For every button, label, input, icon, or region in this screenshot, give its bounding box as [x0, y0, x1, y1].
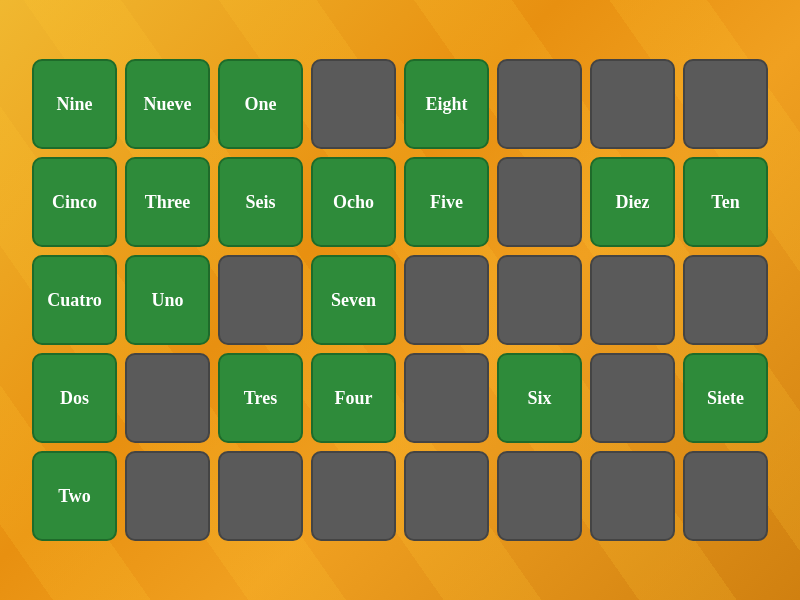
card-cinco[interactable]: Cinco — [32, 157, 117, 247]
card-one[interactable]: One — [218, 59, 303, 149]
card-nueve[interactable]: Nueve — [125, 59, 210, 149]
card-nine[interactable]: Nine — [32, 59, 117, 149]
card-label: Ten — [711, 192, 739, 213]
card-empty-20[interactable] — [404, 255, 489, 345]
card-empty-23[interactable] — [683, 255, 768, 345]
card-empty-39[interactable] — [683, 451, 768, 541]
card-six[interactable]: Six — [497, 353, 582, 443]
card-label: Tres — [244, 388, 277, 409]
card-empty-3[interactable] — [311, 59, 396, 149]
card-label: Seven — [331, 290, 376, 311]
card-empty-33[interactable] — [125, 451, 210, 541]
card-label: Ocho — [333, 192, 374, 213]
card-label: Diez — [616, 192, 650, 213]
card-cuatro[interactable]: Cuatro — [32, 255, 117, 345]
card-label: Cuatro — [47, 290, 102, 311]
card-label: Siete — [707, 388, 744, 409]
card-empty-18[interactable] — [218, 255, 303, 345]
card-three[interactable]: Three — [125, 157, 210, 247]
card-empty-35[interactable] — [311, 451, 396, 541]
card-empty-30[interactable] — [590, 353, 675, 443]
card-label: Nueve — [144, 94, 192, 115]
card-empty-38[interactable] — [590, 451, 675, 541]
card-dos[interactable]: Dos — [32, 353, 117, 443]
card-label: Two — [58, 486, 91, 507]
card-label: Dos — [60, 388, 89, 409]
card-label: Cinco — [52, 192, 97, 213]
card-empty-25[interactable] — [125, 353, 210, 443]
card-label: Four — [335, 388, 373, 409]
card-empty-36[interactable] — [404, 451, 489, 541]
card-ten[interactable]: Ten — [683, 157, 768, 247]
card-empty-22[interactable] — [590, 255, 675, 345]
card-label: Eight — [425, 94, 467, 115]
card-empty-37[interactable] — [497, 451, 582, 541]
card-five[interactable]: Five — [404, 157, 489, 247]
card-empty-34[interactable] — [218, 451, 303, 541]
card-label: Seis — [245, 192, 275, 213]
card-uno[interactable]: Uno — [125, 255, 210, 345]
card-ocho[interactable]: Ocho — [311, 157, 396, 247]
card-four[interactable]: Four — [311, 353, 396, 443]
card-seis[interactable]: Seis — [218, 157, 303, 247]
card-label: Uno — [151, 290, 183, 311]
card-siete[interactable]: Siete — [683, 353, 768, 443]
card-label: One — [244, 94, 276, 115]
card-empty-7[interactable] — [683, 59, 768, 149]
card-empty-6[interactable] — [590, 59, 675, 149]
card-empty-21[interactable] — [497, 255, 582, 345]
card-label: Six — [527, 388, 551, 409]
card-label: Three — [145, 192, 191, 213]
card-empty-28[interactable] — [404, 353, 489, 443]
card-label: Five — [430, 192, 463, 213]
card-diez[interactable]: Diez — [590, 157, 675, 247]
card-tres[interactable]: Tres — [218, 353, 303, 443]
card-label: Nine — [57, 94, 93, 115]
card-two[interactable]: Two — [32, 451, 117, 541]
card-grid: NineNueveOneEightCincoThreeSeisOchoFiveD… — [16, 43, 784, 557]
card-seven[interactable]: Seven — [311, 255, 396, 345]
card-empty-5[interactable] — [497, 59, 582, 149]
card-empty-13[interactable] — [497, 157, 582, 247]
card-eight[interactable]: Eight — [404, 59, 489, 149]
